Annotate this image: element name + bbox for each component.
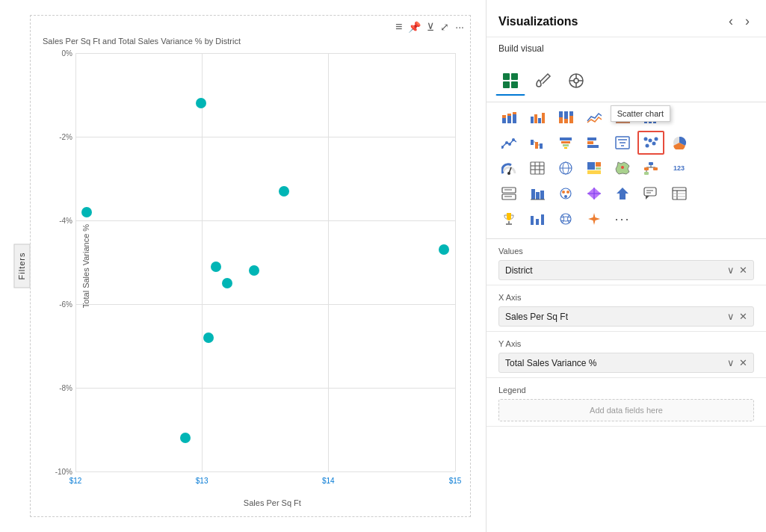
expand-icon[interactable]: ⤢ (440, 21, 449, 33)
svg-rect-1 (511, 73, 518, 80)
grid-icon (501, 72, 519, 90)
data-point[interactable] (439, 244, 449, 255)
data-point[interactable] (180, 433, 191, 443)
pie-icon (672, 136, 687, 149)
svg-rect-0 (503, 73, 510, 80)
pin-icon[interactable]: 📌 (408, 21, 421, 33)
viz-icon-mappin[interactable] (552, 182, 579, 205)
viz-icon-vbar3[interactable] (524, 207, 551, 231)
filters-tab[interactable]: Filters (13, 244, 30, 288)
grid-h-4: -8% (75, 388, 455, 389)
viz-icon-hbar[interactable] (581, 131, 608, 155)
data-point[interactable] (249, 265, 259, 276)
viz-icon-area[interactable] (609, 105, 636, 129)
grid-v-1: $13 (202, 53, 203, 471)
x-axis-close-icon[interactable]: ✕ (739, 311, 747, 322)
grid-h-0: 0% (75, 53, 455, 54)
svg-rect-39 (561, 141, 570, 143)
viz-icon-cards[interactable] (495, 182, 522, 205)
viz-icon-top-2[interactable] (561, 66, 591, 96)
viz-icon-diamond[interactable] (581, 182, 608, 205)
x-tick-0: $12 (70, 477, 82, 485)
svg-point-53 (644, 137, 648, 141)
data-point[interactable] (196, 98, 206, 108)
x-axis-chevron-icon[interactable]: ∨ (727, 311, 735, 322)
viz-icon-clustered-bar[interactable] (524, 105, 551, 129)
analytics-icon (567, 72, 585, 90)
viz-icon-waterfall[interactable] (524, 131, 551, 155)
viz-icon-filter-visual[interactable] (609, 131, 636, 155)
svg-point-31 (508, 143, 511, 146)
data-point[interactable] (222, 278, 232, 288)
chat-icon (643, 187, 658, 200)
data-point[interactable] (81, 207, 92, 217)
viz-icon-funnel[interactable] (552, 131, 579, 155)
x-axis-label: Sales Per Sq Ft (244, 498, 301, 507)
100pct-bar-icon (558, 111, 573, 124)
values-field-text: District (505, 265, 533, 276)
more-dots: ··· (614, 211, 630, 227)
values-chevron-icon[interactable]: ∨ (727, 265, 735, 276)
values-field-controls: ∨ ✕ (727, 265, 747, 276)
viz-icon-more[interactable]: ··· (609, 207, 636, 231)
viz-icon-gauge[interactable] (495, 156, 522, 180)
panel-next-btn[interactable]: › (741, 12, 754, 31)
legend-empty-field[interactable]: Add data fields here (498, 399, 754, 421)
svg-rect-17 (534, 114, 537, 123)
viz-icon-combo[interactable] (637, 105, 664, 129)
svg-rect-13 (507, 114, 511, 116)
more-icon[interactable]: ··· (455, 21, 464, 33)
viz-icon-decomptree[interactable] (637, 156, 664, 180)
viz-icon-paginated[interactable] (666, 182, 693, 205)
viz-icon-top-1[interactable] (528, 66, 558, 96)
kpi-icon: 123 (672, 161, 687, 175)
svg-point-87 (562, 191, 565, 194)
funnel-icon (558, 136, 573, 149)
viz-icon-globe[interactable] (552, 207, 579, 231)
trophy-icon (501, 212, 516, 226)
svg-point-50 (649, 139, 652, 143)
svg-rect-102 (506, 223, 512, 225)
viz-icon-arrows[interactable] (609, 182, 636, 205)
svg-rect-103 (531, 216, 534, 225)
viz-icon-scatter[interactable]: Scatter chart (637, 131, 664, 155)
viz-icon-sparkle[interactable] (581, 207, 608, 231)
svg-rect-18 (538, 118, 541, 123)
filter-icon[interactable]: ⊻ (427, 21, 434, 33)
panel-prev-btn[interactable]: ‹ (724, 12, 738, 31)
viz-icon-map[interactable] (552, 156, 579, 180)
viz-icons-section: Scatter chart (487, 102, 766, 239)
viz-icon-stacked-bar[interactable] (495, 105, 522, 129)
data-point[interactable] (279, 186, 289, 197)
viz-icon-top-0[interactable] (495, 66, 525, 96)
viz-icon-barchart2[interactable] (524, 182, 551, 205)
viz-icon-trophy[interactable] (495, 207, 522, 231)
table-icon (530, 161, 545, 175)
viz-icon-chat[interactable] (637, 182, 664, 205)
legend-section: Legend Add data fields here (487, 378, 766, 427)
viz-icon-line[interactable] (581, 105, 608, 129)
viz-icon-pie[interactable] (666, 131, 693, 155)
y-axis-field-pill: Total Sales Variance % ∨ ✕ (498, 353, 754, 373)
values-close-icon[interactable]: ✕ (739, 265, 747, 276)
viz-icon-table[interactable] (524, 156, 551, 180)
viz-icons-row-3: 123 (495, 156, 757, 180)
viz-icon-treemap[interactable] (581, 156, 608, 180)
y-axis-chevron-icon[interactable]: ∨ (727, 357, 735, 368)
svg-rect-3 (511, 81, 518, 88)
viz-icon-line2[interactable] (495, 131, 522, 155)
svg-point-89 (564, 195, 567, 198)
svg-rect-2 (503, 81, 510, 88)
menu-icon[interactable]: ≡ (395, 20, 402, 34)
svg-rect-44 (587, 145, 599, 148)
viz-icon-kpi[interactable]: 123 (666, 156, 693, 180)
data-point[interactable] (203, 332, 214, 343)
viz-icon-filled-map[interactable] (609, 156, 636, 180)
svg-rect-84 (540, 191, 544, 200)
grid-v-2: $14 (328, 53, 329, 471)
svg-point-5 (574, 78, 578, 83)
viz-icon-100pct-bar[interactable] (552, 105, 579, 129)
data-point[interactable] (211, 262, 221, 272)
viz-icons-row-5: ··· (495, 207, 757, 231)
y-axis-close-icon[interactable]: ✕ (739, 357, 747, 368)
